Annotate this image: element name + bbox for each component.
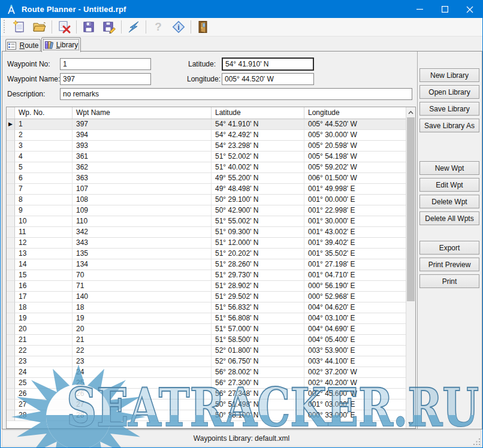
cell-longitude[interactable]: 005° 59.202' W (304, 162, 406, 173)
row-selector-cell[interactable] (7, 227, 15, 238)
table-row[interactable]: 222252° 01.800' N003° 53.900' E (7, 346, 406, 356)
row-selector-cell[interactable] (7, 346, 15, 356)
row-selector-cell[interactable] (7, 184, 15, 195)
cell-wpt-name[interactable]: 23 (73, 356, 212, 367)
cell-wpt-name[interactable]: 108 (73, 195, 212, 205)
col-header-wpt-name[interactable]: Wpt Name (73, 107, 212, 119)
row-selector-cell[interactable]: ▶ (7, 119, 15, 130)
cell-wp-no[interactable]: 21 (15, 335, 73, 346)
cell-longitude[interactable]: 004° 05.400' E (304, 335, 406, 346)
table-row[interactable]: 810850° 29.100' N001° 00.000' E (7, 195, 406, 205)
save-as-button[interactable] (99, 19, 119, 35)
open-file-button[interactable] (29, 19, 50, 35)
cell-wpt-name[interactable]: 342 (73, 227, 212, 238)
cell-longitude[interactable]: 003° 44.100' E (304, 356, 406, 367)
edit-wpt-button[interactable]: Edit Wpt (419, 178, 479, 192)
row-selector-cell[interactable] (7, 238, 15, 249)
cell-latitude[interactable]: 51° 28.902' N (212, 281, 304, 292)
cell-longitude[interactable]: 006° 01.500' W (304, 173, 406, 184)
open-library-button[interactable]: Open Library (419, 85, 479, 99)
row-selector-cell[interactable] (7, 335, 15, 346)
exit-button[interactable] (193, 19, 213, 35)
table-row[interactable]: 191951° 56.808' N004° 03.100' E (7, 313, 406, 324)
delete-wpt-button[interactable]: Delete Wpt (419, 195, 479, 208)
close-route-button[interactable] (54, 19, 74, 35)
cell-longitude[interactable]: 005° 20.598' W (304, 141, 406, 152)
cell-longitude[interactable]: 005° 44.520' W (304, 119, 406, 130)
cell-latitude[interactable]: 51° 55.002' N (212, 216, 304, 227)
table-row[interactable]: 910950° 42.900' N001° 22.998' E (7, 205, 406, 216)
cell-longitude[interactable]: 001° 35.502' E (304, 249, 406, 259)
cell-wpt-name[interactable]: 363 (73, 173, 212, 184)
close-button[interactable] (457, 1, 482, 18)
cell-latitude[interactable]: 54° 23.298' N (212, 141, 304, 152)
waypoint-name-field[interactable]: 397 (60, 73, 151, 85)
cell-wpt-name[interactable]: 107 (73, 184, 212, 195)
cell-wp-no[interactable]: 4 (15, 152, 73, 162)
cell-longitude[interactable]: 001° 30.000' E (304, 216, 406, 227)
row-selector-cell[interactable] (7, 356, 15, 367)
table-row[interactable]: ▶139754° 41.910' N005° 44.520' W (7, 119, 406, 130)
cell-longitude[interactable]: 001° 03.000' E (304, 399, 406, 410)
cell-wp-no[interactable]: 7 (15, 184, 73, 195)
cell-latitude[interactable]: 56° 27.300' N (212, 378, 304, 389)
new-wpt-button[interactable]: New Wpt (419, 161, 479, 175)
cell-latitude[interactable]: 54° 41.910' N (212, 119, 304, 130)
cell-latitude[interactable]: 52° 06.750' N (212, 356, 304, 367)
cell-latitude[interactable]: 50° 51.498' N (212, 399, 304, 410)
row-selector-cell[interactable] (7, 292, 15, 302)
cell-wp-no[interactable]: 11 (15, 227, 73, 238)
cell-wpt-name[interactable]: 361 (73, 152, 212, 162)
cell-latitude[interactable]: 51° 56.808' N (212, 313, 304, 324)
new-library-button[interactable]: New Library (419, 68, 479, 82)
row-selector-cell[interactable] (7, 302, 15, 313)
cell-wpt-name[interactable]: 134 (73, 259, 212, 270)
export-button[interactable]: Export (419, 241, 479, 255)
table-row[interactable]: 1234351° 12.000' N001° 39.402' E (7, 238, 406, 249)
table-row[interactable]: 1714051° 29.502' N000° 52.968' E (7, 292, 406, 302)
cell-wp-no[interactable]: 26 (15, 389, 73, 399)
cell-longitude[interactable]: 001° 00.000' E (304, 195, 406, 205)
cell-wp-no[interactable]: 10 (15, 216, 73, 227)
row-selector-cell[interactable] (7, 378, 15, 389)
cell-longitude[interactable]: 004° 03.100' E (304, 313, 406, 324)
table-row[interactable]: 232352° 06.750' N003° 44.100' E (7, 356, 406, 367)
table-row[interactable]: 202051° 57.000' N004° 04.690' E (7, 324, 406, 335)
row-selector-cell[interactable] (7, 270, 15, 281)
cell-longitude[interactable]: 002° 45.600' W (304, 389, 406, 399)
row-selector-cell[interactable] (7, 367, 15, 378)
row-selector-cell[interactable] (7, 173, 15, 184)
cell-wp-no[interactable]: 23 (15, 356, 73, 367)
cell-latitude[interactable]: 54° 42.492' N (212, 130, 304, 141)
cell-wpt-name[interactable]: 393 (73, 141, 212, 152)
table-row[interactable]: 181851° 56.832' N004° 04.620' E (7, 302, 406, 313)
cell-wp-no[interactable]: 13 (15, 249, 73, 259)
cell-latitude[interactable]: 50° 38.100' N (212, 410, 304, 421)
cell-longitude[interactable]: 004° 04.690' E (304, 324, 406, 335)
cell-wpt-name[interactable]: 22 (73, 346, 212, 356)
cell-wp-no[interactable]: 15 (15, 270, 73, 281)
cell-latitude[interactable]: 50° 29.100' N (212, 195, 304, 205)
cell-wpt-name[interactable]: 24 (73, 367, 212, 378)
cell-wpt-name[interactable]: 21 (73, 335, 212, 346)
cell-longitude[interactable]: 001° 49.998' E (304, 184, 406, 195)
save-button[interactable] (79, 19, 99, 35)
row-selector-cell[interactable] (7, 205, 15, 216)
cell-longitude[interactable]: 005° 30.000' W (304, 130, 406, 141)
cell-longitude[interactable]: 000° 33.000' E (304, 410, 406, 421)
row-selector-cell[interactable] (7, 399, 15, 410)
cell-wpt-name[interactable]: 135 (73, 249, 212, 259)
table-row[interactable]: 536251° 40.002' N005° 59.202' W (7, 162, 406, 173)
cell-longitude[interactable]: 001° 04.710' E (304, 270, 406, 281)
row-selector-cell[interactable] (7, 324, 15, 335)
row-selector-cell[interactable] (7, 152, 15, 162)
cell-longitude[interactable]: 005° 54.198' W (304, 152, 406, 162)
cell-wpt-name[interactable]: 18 (73, 302, 212, 313)
scroll-up-button[interactable] (406, 107, 415, 117)
cell-wpt-name[interactable]: 394 (73, 130, 212, 141)
cell-latitude[interactable]: 51° 29.502' N (212, 292, 304, 302)
cell-longitude[interactable]: 001° 43.002' E (304, 227, 406, 238)
cell-wp-no[interactable]: 14 (15, 259, 73, 270)
table-row[interactable]: 282850° 38.100' N000° 33.000' E (7, 410, 406, 421)
cell-wp-no[interactable]: 17 (15, 292, 73, 302)
